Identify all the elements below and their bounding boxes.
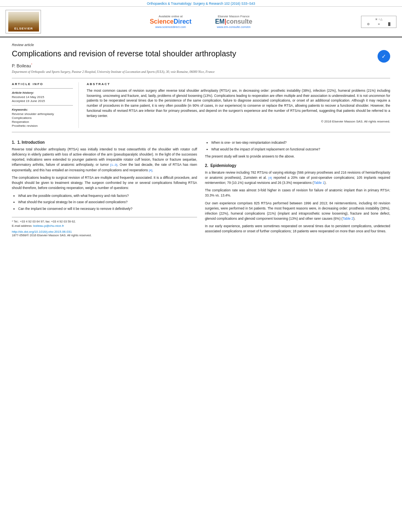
author: P. Boileau* xyxy=(12,63,390,68)
ref-4: [4] xyxy=(149,169,153,172)
questions-list-right: When is one- or two-step reimplantation … xyxy=(211,140,390,152)
copyright: © 2016 Elsevier Masson SAS. All rights r… xyxy=(87,120,390,123)
issn: 1877-0568/© 2016 Elsevier Masson SAS. Al… xyxy=(12,234,197,237)
body-left: 1. 1. Introduction Reverse total shoulde… xyxy=(12,136,197,237)
accepted-date: Accepted 19 June 2015 xyxy=(12,99,73,103)
page-header: ELSEVIER Available online at ScienceDire… xyxy=(0,7,402,37)
review-label: Review article xyxy=(12,43,390,47)
received-date: Received 14 May 2015 xyxy=(12,95,73,99)
section2-para4: In our early experience, patients were s… xyxy=(205,224,390,234)
ref-1-3: [1–3] xyxy=(110,163,117,167)
keywords-label: Keywords: xyxy=(12,108,73,111)
journal-bar: Orthopaedics & Traumatology: Surgery & R… xyxy=(0,0,402,7)
elsevier-logo: ELSEVIER xyxy=(6,10,41,33)
present-study: The present study will seek to provide a… xyxy=(205,154,390,159)
title-row: Complications and revision of reverse to… xyxy=(12,48,390,63)
keyword-3: Reoperation xyxy=(12,120,73,124)
sciencedirect-url[interactable]: www.sciencedirect.com xyxy=(150,25,192,29)
info-abstract-section: ARTICLE INFO Article history: Received 1… xyxy=(12,78,390,128)
footnote-tel: * Tel.: +33 4 92 03 64 97; fax: +33 4 92… xyxy=(12,220,197,223)
section1-para1: Reverse total shoulder arthroplasty (RTS… xyxy=(12,147,197,173)
history-label: Article history: xyxy=(12,91,73,95)
section-divider xyxy=(12,132,390,132)
doi-link[interactable]: http://dx.doi.org/10.1016/j.otsr.2015.06… xyxy=(12,230,197,234)
divider2 xyxy=(12,105,73,106)
question-2: What should the surgical strategy be in … xyxy=(18,200,197,205)
question-3: Can the implant be conserved or will it … xyxy=(18,206,197,211)
emconsulte-url[interactable]: www.em-consulte.com/en xyxy=(215,25,252,29)
section2-para2: The complication rate was almost 3-fold … xyxy=(205,188,390,198)
abstract-col: ABSTRACT The most common causes of revis… xyxy=(87,82,390,128)
emconsulte-title: EM|consulte xyxy=(215,18,252,25)
question-4: When is one- or two-step reimplantation … xyxy=(211,140,390,145)
keyword-1: Reverse shoulder arthroplasty xyxy=(12,112,73,116)
body-right: When is one- or two-step reimplantation … xyxy=(205,136,390,237)
keyword-4: Prosthetic revision xyxy=(12,124,73,128)
article-info: ARTICLE INFO Article history: Received 1… xyxy=(12,82,79,128)
table2-ref: Table 2 xyxy=(342,217,353,221)
section1-heading: 1. 1. Introduction xyxy=(12,140,197,145)
menu-icon: ≡ xyxy=(378,22,380,26)
keywords-list: Reverse shoulder arthroplasty Complicati… xyxy=(12,112,73,128)
section1-para2: The complications leading to surgical re… xyxy=(12,175,197,191)
article-info-heading: ARTICLE INFO xyxy=(12,82,73,86)
abstract-heading: ABSTRACT xyxy=(87,82,390,86)
abstract-text: The most common causes of revision surge… xyxy=(87,88,390,119)
section2-para1: In a literature review including 782 RTS… xyxy=(205,170,390,186)
table1-ref: Table 1 xyxy=(314,181,324,185)
keyword-2: Complications xyxy=(12,116,73,120)
email-label: E-mail address: xyxy=(12,224,32,228)
emconsulte-block: Elsevier Masson France EM|consulte www.e… xyxy=(215,15,252,29)
ref-4b: [4] xyxy=(268,176,272,180)
email-address[interactable]: boileau.p@chu-nice.fr xyxy=(33,224,64,228)
author-sup: * xyxy=(31,63,32,66)
journal-title: Orthopaedics & Traumatology: Surgery & R… xyxy=(147,2,255,6)
article-title: Complications and revision of reverse to… xyxy=(12,48,236,59)
question-1: What are the possible complications, wit… xyxy=(18,193,197,198)
article-footer: * Tel.: +33 4 92 03 64 97; fax: +33 4 92… xyxy=(12,217,197,237)
signal-icon: ▉ xyxy=(388,22,391,26)
center-logos: Available online at ScienceDirect www.sc… xyxy=(45,15,357,29)
body-two-col: 1. 1. Introduction Reverse total shoulde… xyxy=(12,136,390,237)
section1-number: 1. xyxy=(12,140,15,145)
footnote-email: E-mail address: boileau.p@chu-nice.fr xyxy=(12,224,197,228)
author-name: P. Boileau xyxy=(12,63,31,68)
publisher-label: Elsevier Masson France xyxy=(215,15,252,18)
right-header-block: ※ ○△ ⚙ ≡ ▉ xyxy=(361,16,396,28)
section2-heading: 2. Epidemiology xyxy=(205,163,390,168)
sciencedirect-title: ScienceDirect xyxy=(150,18,192,25)
section2-para3: Our own experience comprises 825 RTSAs p… xyxy=(205,201,390,222)
settings-icon: ⚙ xyxy=(367,22,370,26)
questions-list-left: What are the possible complications, wit… xyxy=(18,193,197,211)
divider xyxy=(12,88,73,89)
affiliation: Department of Orthopedic and Sports Surg… xyxy=(12,70,390,74)
sciencedirect-block: Available online at ScienceDirect www.sc… xyxy=(150,15,192,29)
available-text: Available online at xyxy=(150,15,192,18)
crossmark-icon: ✓ xyxy=(378,50,390,63)
question-5: What would be the impact of implant repl… xyxy=(211,147,390,152)
article-content: Review article Complications and revisio… xyxy=(0,37,402,243)
